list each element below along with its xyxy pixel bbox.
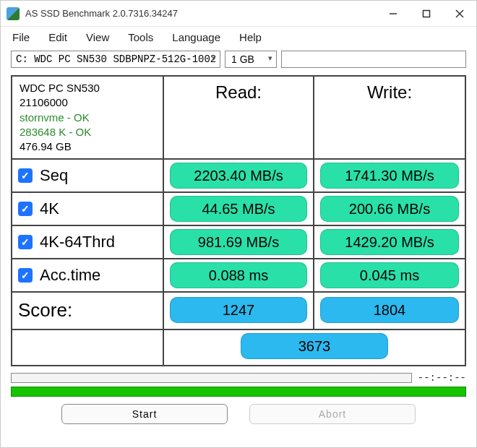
chevron-down-icon: ▾ [268, 53, 272, 63]
menubar: File Edit View Tools Language Help [1, 27, 476, 48]
path-input[interactable] [281, 51, 466, 68]
progress-bar [11, 373, 412, 383]
maximize-button[interactable] [410, 1, 443, 27]
score-read-cell: 1247 [164, 293, 314, 330]
acc-label: Acc.time [40, 266, 100, 285]
menu-language[interactable]: Language [172, 31, 220, 43]
row-score-total: 3673 [12, 330, 465, 365]
4k-label-cell: ✓ 4K [12, 193, 164, 225]
window-title: AS SSD Benchmark 2.0.7316.34247 [25, 8, 178, 19]
drive-capacity: 476.94 GB [20, 139, 72, 154]
seq-label-cell: ✓ Seq [12, 160, 164, 191]
4k-label: 4K [40, 199, 59, 218]
row-4k: ✓ 4K 44.65 MB/s 200.66 MB/s [12, 193, 465, 226]
size-select[interactable]: 1 GB ▾ [225, 51, 277, 68]
row-score: Score: 1247 1804 [12, 293, 465, 330]
close-button[interactable] [443, 1, 476, 27]
score-total-value: 3673 [241, 333, 388, 359]
start-button[interactable]: Start [61, 404, 228, 424]
titlebar: AS SSD Benchmark 2.0.7316.34247 [1, 1, 476, 27]
menu-tools[interactable]: Tools [128, 31, 153, 43]
score-write-cell: 1804 [314, 293, 465, 330]
drive-select[interactable]: C: WDC PC SN530 SDBPNPZ-512G-1002 ▾ [11, 51, 220, 68]
driver-status: stornvme - OK [20, 111, 90, 125]
acc-write-value: 0.045 ms [320, 262, 459, 288]
menu-file[interactable]: File [12, 31, 30, 43]
acc-label-cell: ✓ Acc.time [12, 259, 164, 291]
seq-checkbox[interactable]: ✓ [18, 168, 33, 183]
row-acc: ✓ Acc.time 0.088 ms 0.045 ms [12, 259, 465, 293]
seq-write-cell: 1741.30 MB/s [314, 160, 465, 191]
4k-read-value: 44.65 MB/s [170, 196, 307, 222]
score-label: Score: [12, 293, 164, 330]
close-icon [455, 9, 464, 18]
drive-select-value: C: WDC PC SN530 SDBPNPZ-512G-1002 [11, 51, 220, 68]
elapsed-time: --:--:-- [418, 372, 466, 384]
drive-model: WDC PC SN530 [20, 81, 100, 95]
status-bar [11, 387, 466, 397]
drive-info-cell: WDC PC SN530 21106000 stornvme - OK 2836… [12, 77, 164, 158]
minimize-icon [389, 9, 398, 18]
seq-write-value: 1741.30 MB/s [320, 163, 459, 189]
progress-row: --:--:-- [11, 372, 466, 384]
maximize-icon [422, 9, 431, 18]
acc-checkbox[interactable]: ✓ [18, 268, 33, 283]
results-grid: WDC PC SN530 21106000 stornvme - OK 2836… [11, 75, 466, 366]
4k64-read-value: 981.69 MB/s [170, 229, 307, 255]
write-header: Write: [314, 77, 465, 158]
seq-read-value: 2203.40 MB/s [170, 163, 307, 189]
acc-read-value: 0.088 ms [170, 262, 307, 288]
score-write-value: 1804 [320, 297, 459, 323]
abort-button: Abort [249, 404, 416, 424]
menu-view[interactable]: View [86, 31, 109, 43]
4k64-label-cell: ✓ 4K-64Thrd [12, 226, 164, 258]
svg-rect-1 [424, 10, 430, 17]
score-read-value: 1247 [170, 297, 307, 323]
drive-firmware: 21106000 [20, 95, 68, 110]
app-window: AS SSD Benchmark 2.0.7316.34247 File Edi… [0, 0, 477, 448]
4k-write-value: 200.66 MB/s [320, 196, 459, 222]
menu-help[interactable]: Help [239, 31, 262, 43]
4k64-label: 4K-64Thrd [40, 233, 115, 251]
selector-row: C: WDC PC SN530 SDBPNPZ-512G-1002 ▾ 1 GB… [1, 48, 476, 75]
alignment-status: 283648 K - OK [20, 125, 91, 139]
header-row: WDC PC SN530 21106000 stornvme - OK 2836… [12, 77, 465, 160]
app-icon [7, 7, 20, 20]
menu-edit[interactable]: Edit [48, 31, 67, 43]
chevron-down-icon: ▾ [212, 53, 216, 63]
seq-read-cell: 2203.40 MB/s [164, 160, 314, 191]
4k64-write-value: 1429.20 MB/s [320, 229, 459, 255]
minimize-button[interactable] [377, 1, 410, 27]
button-row: Start Abort [1, 404, 476, 424]
read-header: Read: [164, 77, 314, 158]
4k-checkbox[interactable]: ✓ [18, 202, 33, 216]
4k64-checkbox[interactable]: ✓ [18, 235, 33, 249]
row-4k64: ✓ 4K-64Thrd 981.69 MB/s 1429.20 MB/s [12, 226, 465, 259]
seq-label: Seq [40, 166, 68, 185]
row-seq: ✓ Seq 2203.40 MB/s 1741.30 MB/s [12, 160, 465, 193]
